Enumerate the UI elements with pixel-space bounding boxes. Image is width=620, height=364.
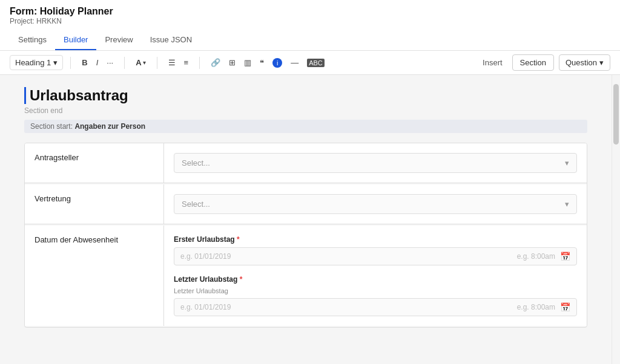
date-fields-col: Erster Urlaubstag * e.g. 01/01/2019 e.g.… xyxy=(164,226,587,326)
more-formatting-button[interactable]: ··· xyxy=(103,56,117,70)
italic-button[interactable]: I xyxy=(93,56,102,70)
question-label: Question xyxy=(566,58,597,67)
required-star: * xyxy=(237,275,242,284)
section-button[interactable]: Section xyxy=(512,54,554,71)
letzter-date-placeholder: e.g. 01/01/2019 xyxy=(180,303,512,311)
erster-date-input-row[interactable]: e.g. 01/01/2019 e.g. 8:00am 📅 xyxy=(174,247,577,265)
erster-urlaubstag-group: Erster Urlaubstag * e.g. 01/01/2019 e.g.… xyxy=(174,235,577,265)
section-start-text: Section start: xyxy=(30,122,73,131)
chevron-down-icon: ▾ xyxy=(599,58,604,67)
tab-preview[interactable]: Preview xyxy=(96,30,141,50)
columns-button[interactable]: ▥ xyxy=(240,56,255,70)
table-button[interactable]: ⊞ xyxy=(225,56,239,70)
table-icon: ⊞ xyxy=(229,58,236,67)
abc-icon: ABC xyxy=(307,59,325,67)
field-control-col: Select... ▾ xyxy=(164,184,587,224)
columns-icon: ▥ xyxy=(244,58,251,67)
toolbar: Heading 1 ▾ B I ··· A ▾ ☰ ≡ 🔗 ⊞ xyxy=(0,51,620,75)
datum-label: Datum der Abwesenheit xyxy=(35,235,118,244)
quote-button[interactable]: ❝ xyxy=(256,56,268,70)
tab-settings[interactable]: Settings xyxy=(10,30,55,50)
divider-icon: — xyxy=(291,58,298,67)
info-button[interactable]: i xyxy=(269,56,286,70)
field-label-col: Vertretung xyxy=(25,184,164,224)
app-title: Form: Holiday Planner xyxy=(10,6,610,17)
date-label-col: Datum der Abwesenheit xyxy=(25,226,164,326)
vertretung-label: Vertretung xyxy=(35,194,71,203)
antragsteller-placeholder: Select... xyxy=(182,158,210,167)
font-color-button[interactable]: A ▾ xyxy=(132,56,149,70)
chevron-down-icon: ▾ xyxy=(565,158,569,167)
vertretung-placeholder: Select... xyxy=(182,200,210,209)
main-layout: Urlaubsantrag Section end Section start:… xyxy=(0,75,620,364)
abc-button[interactable]: ABC xyxy=(303,56,328,70)
link-button[interactable]: 🔗 xyxy=(207,56,224,70)
ordered-list-icon: ≡ xyxy=(184,58,189,67)
quote-icon: ❝ xyxy=(260,58,264,67)
form-rows: Antragsteller Select... ▾ Vertretung Sel… xyxy=(24,143,587,328)
chevron-down-icon: ▾ xyxy=(565,200,569,209)
app-header: Form: Holiday Planner Project: HRKKN Set… xyxy=(0,0,620,51)
heading-select-value: Heading 1 xyxy=(15,58,51,67)
letzter-date-input-row[interactable]: e.g. 01/01/2019 e.g. 8:00am 📅 xyxy=(174,298,577,316)
form-content: Urlaubsantrag Section end Section start:… xyxy=(0,75,612,364)
insert-button[interactable]: Insert xyxy=(478,56,507,70)
section-start-name: Angaben zur Person xyxy=(74,122,145,131)
letzter-time-placeholder: e.g. 8:00am xyxy=(517,303,555,311)
bullet-list-button[interactable]: ☰ xyxy=(165,56,179,70)
field-control-col: Select... ▾ xyxy=(164,143,587,183)
calendar-icon[interactable]: 📅 xyxy=(560,302,570,312)
tab-issue-json[interactable]: Issue JSON xyxy=(142,30,200,50)
question-button[interactable]: Question ▾ xyxy=(559,54,610,71)
tab-builder[interactable]: Builder xyxy=(55,30,96,50)
bullet-list-icon: ☰ xyxy=(168,58,176,67)
link-icon: 🔗 xyxy=(211,58,220,67)
app-subtitle: Project: HRKKN xyxy=(10,17,610,25)
vertretung-select[interactable]: Select... ▾ xyxy=(174,194,577,214)
divider-button[interactable]: — xyxy=(287,56,302,70)
scroll-thumb[interactable] xyxy=(613,84,619,145)
scroll-track xyxy=(612,75,620,364)
letzter-urlaubstag-label: Letzter Urlaubstag * xyxy=(174,275,577,284)
field-label-col: Antragsteller xyxy=(25,143,164,183)
bold-button[interactable]: B xyxy=(78,56,91,70)
font-color-icon: A ▾ xyxy=(136,58,145,67)
antragsteller-label: Antragsteller xyxy=(35,153,79,162)
heading-select[interactable]: Heading 1 ▾ xyxy=(10,55,63,70)
section-start-bar: Section start: Angaben zur Person xyxy=(24,120,587,133)
erster-urlaubstag-label: Erster Urlaubstag * xyxy=(174,235,577,244)
erster-date-placeholder: e.g. 01/01/2019 xyxy=(180,252,512,261)
info-icon: i xyxy=(272,58,282,68)
letzter-sublabel: Letzter Urlaubstag xyxy=(174,287,577,294)
antragsteller-select[interactable]: Select... ▾ xyxy=(174,153,577,173)
required-star: * xyxy=(235,235,240,244)
form-title: Urlaubsantrag xyxy=(24,87,587,104)
form-row: Antragsteller Select... ▾ xyxy=(25,143,587,183)
letzter-urlaubstag-group: Letzter Urlaubstag * Letzter Urlaubstag … xyxy=(174,275,577,316)
date-form-row: Datum der Abwesenheit Erster Urlaubstag … xyxy=(25,226,587,326)
chevron-down-icon: ▾ xyxy=(143,59,146,66)
erster-time-placeholder: e.g. 8:00am xyxy=(517,252,555,261)
nav-tabs: Settings Builder Preview Issue JSON xyxy=(10,30,610,50)
form-row: Vertretung Select... ▾ xyxy=(25,184,587,224)
section-end-label: Section end xyxy=(24,106,587,115)
chevron-down-icon: ▾ xyxy=(53,58,58,67)
calendar-icon[interactable]: 📅 xyxy=(560,252,570,261)
ordered-list-button[interactable]: ≡ xyxy=(180,56,193,70)
